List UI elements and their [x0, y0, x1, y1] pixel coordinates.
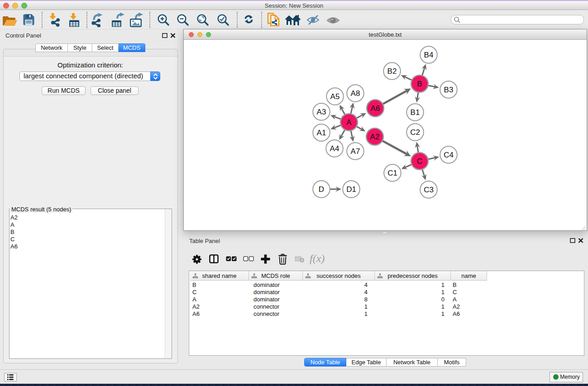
svg-text:A4: A4 [330, 144, 339, 153]
svg-text:C2: C2 [410, 128, 420, 137]
svg-text:D1: D1 [346, 185, 356, 194]
svg-text:B1: B1 [411, 108, 420, 117]
svg-text:A3: A3 [317, 108, 326, 116]
svg-text:A8: A8 [351, 89, 360, 98]
svg-text:A7: A7 [351, 147, 360, 156]
svg-text:B4: B4 [424, 51, 434, 59]
svg-text:A5: A5 [330, 92, 340, 101]
svg-text:D: D [319, 185, 324, 194]
svg-text:C: C [417, 157, 422, 166]
svg-text:A: A [346, 118, 352, 127]
svg-text:B: B [417, 80, 422, 88]
svg-text:C1: C1 [387, 169, 397, 177]
svg-text:C3: C3 [424, 186, 434, 194]
svg-text:B3: B3 [444, 86, 454, 94]
svg-text:C4: C4 [444, 151, 454, 159]
svg-text:B2: B2 [387, 67, 397, 76]
svg-text:A6: A6 [371, 104, 380, 113]
svg-text:A2: A2 [370, 133, 380, 141]
svg-text:A1: A1 [317, 129, 326, 137]
